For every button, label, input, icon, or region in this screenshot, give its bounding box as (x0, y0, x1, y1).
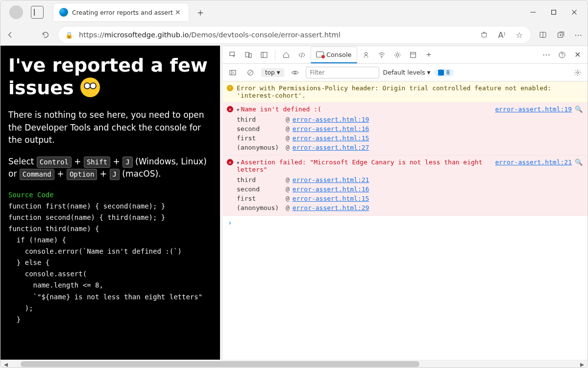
close-tab-button[interactable]: ✕ (173, 8, 183, 16)
minimize-button[interactable] (530, 9, 537, 16)
console-message: ✕▼Assertion failed: "Microsoft Edge Cana… (223, 156, 588, 216)
stack-frame: third@error-assert.html:19 (237, 115, 583, 124)
stack-source-link[interactable]: error-assert.html:15 (293, 195, 369, 202)
application-tab-icon[interactable] (406, 48, 420, 62)
elements-tab-icon[interactable] (295, 48, 309, 62)
console-settings-icon[interactable] (571, 66, 585, 79)
network-tab-icon[interactable] (375, 48, 389, 62)
stack-at: @ (286, 195, 290, 202)
address-bar[interactable]: 🔒 https://microsoftedge.github.io/Demos/… (58, 26, 531, 43)
maximize-button[interactable] (550, 9, 557, 16)
sources-tab-icon[interactable] (359, 48, 373, 62)
split-screen-icon[interactable] (539, 30, 547, 39)
close-devtools-button[interactable]: ✕ (571, 48, 585, 62)
console-messages: !Error with Permissions-Policy header: O… (223, 81, 588, 360)
stack-at: @ (286, 125, 290, 132)
stack-frame: first@error-assert.html:15 (237, 133, 583, 143)
stack-source-link[interactable]: error-assert.html:19 (293, 116, 369, 123)
stack-source-link[interactable]: error-assert.html:27 (293, 144, 369, 151)
device-emulation-icon[interactable] (242, 48, 255, 62)
more-tools-icon[interactable]: ⋯ (539, 48, 553, 62)
message-text: Error with Permissions-Policy header: Or… (237, 84, 551, 99)
browser-tab[interactable]: Creating error reports and assert ✕ (53, 3, 189, 21)
context-selector[interactable]: top ▼ (261, 68, 284, 77)
dock-side-icon[interactable] (257, 48, 271, 62)
kbd: J (122, 157, 132, 168)
code-line: console.error(`Name isn't defined :(`) (8, 246, 212, 257)
help-icon[interactable] (555, 48, 569, 62)
stack-source-link[interactable]: error-assert.html:16 (293, 185, 369, 193)
code-title: Source Code (8, 189, 212, 201)
svg-point-12 (365, 52, 367, 54)
reveal-icon[interactable]: 🔍 (575, 105, 583, 113)
stack-source-link[interactable]: error-assert.html:29 (293, 204, 369, 211)
page-intro: There is nothing to see here, you need t… (8, 109, 212, 147)
back-button[interactable] (5, 30, 15, 40)
scroll-thumb[interactable] (21, 361, 419, 367)
stack-source-link[interactable]: error-assert.html:15 (293, 134, 369, 142)
reveal-icon[interactable]: 🔍 (575, 158, 583, 166)
console-icon (316, 52, 324, 57)
code-line: ); (8, 303, 212, 314)
console-message: !Error with Permissions-Policy header: O… (223, 81, 588, 103)
flushed-emoji-icon (80, 78, 100, 97)
stack-fn: second (237, 125, 286, 132)
svg-rect-10 (261, 52, 267, 57)
stack-fn: third (237, 116, 286, 123)
toggle-sidebar-icon[interactable] (226, 66, 240, 79)
stack-at: @ (286, 116, 290, 123)
stack-at: @ (286, 144, 290, 151)
close-window-button[interactable] (571, 9, 578, 16)
kbd: J (110, 169, 120, 180)
live-expression-icon[interactable] (288, 66, 302, 79)
page-shortcut: Select Control + Shift + J (Windows, Lin… (8, 156, 212, 181)
performance-tab-icon[interactable] (391, 48, 404, 62)
console-tab[interactable]: Console (311, 47, 357, 63)
stack-source-link[interactable]: error-assert.html:21 (293, 176, 369, 184)
inspect-element-icon[interactable] (226, 48, 240, 62)
new-tab-button[interactable]: ＋ (196, 6, 205, 19)
source-link[interactable]: error-assert.html:19 (495, 105, 572, 113)
scroll-right-button[interactable]: ▸ (579, 360, 586, 368)
error-icon: ✕ (227, 159, 233, 165)
error-icon: ✕ (227, 106, 233, 112)
clear-console-icon[interactable] (244, 66, 257, 79)
message-text: Assertion failed: "Microsoft Edge Canary… (237, 158, 483, 173)
kbd: Shift (84, 157, 110, 168)
stack-fn: second (237, 185, 286, 193)
disclosure-toggle[interactable]: ▼ (237, 160, 239, 165)
issues-badge[interactable]: 8 (434, 69, 454, 77)
devtools-panel: Console ＋ ⋯ ✕ top ▼ Filter Default level… (223, 46, 588, 360)
code-line: function second(name) { third(name); } (8, 212, 212, 223)
stack-at: @ (286, 204, 290, 211)
stack-frame: second@error-assert.html:16 (237, 184, 583, 194)
more-tabs-button[interactable]: ＋ (422, 48, 436, 62)
refresh-button[interactable] (41, 30, 50, 40)
console-tab-label: Console (326, 51, 352, 58)
shopping-icon[interactable] (480, 30, 489, 39)
source-link[interactable]: error-assert.html:21 (495, 158, 572, 166)
disclosure-toggle[interactable]: ▼ (237, 107, 239, 112)
settings-menu-icon[interactable]: ⋯ (574, 30, 583, 39)
page-heading: I've reported a few issues (8, 54, 212, 99)
profile-avatar[interactable] (9, 5, 23, 19)
svg-point-22 (294, 72, 296, 74)
code-line: } else { (8, 257, 212, 268)
console-prompt[interactable]: › (223, 216, 588, 230)
read-aloud-icon[interactable]: A⁾ (497, 30, 506, 39)
url-text: https://microsoftedge.github.io/Demos/de… (79, 31, 341, 39)
tab-actions-icon[interactable] (31, 6, 44, 19)
stack-at: @ (286, 176, 290, 184)
scroll-left-button[interactable]: ◂ (2, 360, 9, 368)
horizontal-scrollbar[interactable]: ◂ ▸ (0, 360, 588, 368)
stack-fn: first (237, 195, 286, 202)
kbd: Command (20, 169, 54, 180)
welcome-tab-icon[interactable] (279, 48, 293, 62)
favorite-icon[interactable]: ☆ (515, 30, 524, 39)
collections-icon[interactable] (556, 30, 565, 39)
code-line: name.length <= 8, (8, 280, 212, 291)
log-levels-dropdown[interactable]: Default levels ▼ (383, 69, 431, 76)
stack-source-link[interactable]: error-assert.html:16 (293, 125, 369, 132)
filter-input[interactable]: Filter (306, 67, 379, 79)
lock-icon[interactable]: 🔒 (65, 31, 73, 39)
